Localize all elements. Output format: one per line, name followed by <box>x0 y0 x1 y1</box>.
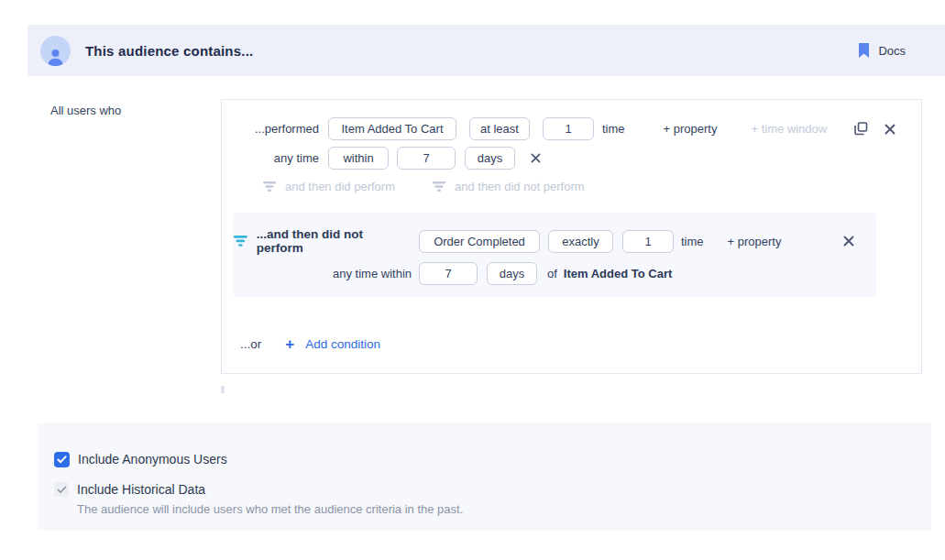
docs-link[interactable]: Docs <box>858 43 906 58</box>
reference-event-label: Item Added To Cart <box>564 267 672 280</box>
sub-operator-select-button[interactable]: exactly <box>548 230 613 253</box>
time-label: time <box>602 122 625 136</box>
remove-condition-button[interactable] <box>885 124 896 135</box>
sequence-option-label: and then did perform <box>285 180 395 193</box>
sub-add-property-button[interactable]: + property <box>728 235 782 248</box>
page-title: This audience contains... <box>85 43 253 59</box>
all-users-who-label: All users who <box>50 104 121 117</box>
of-label: of <box>547 267 557 280</box>
duplicate-condition-button[interactable] <box>854 122 868 136</box>
window-value-input[interactable] <box>397 147 456 170</box>
check-icon <box>57 486 67 494</box>
add-property-button[interactable]: + property <box>664 122 718 136</box>
subcondition-card: ...and then did not perform Order Comple… <box>233 213 876 297</box>
performed-label: ...performed <box>222 122 319 136</box>
sequence-options-row: and then did perform and then did not pe… <box>262 180 585 193</box>
sub-count-input[interactable] <box>622 230 674 253</box>
audience-header: This audience contains... Docs <box>27 25 945 76</box>
close-icon <box>531 153 541 163</box>
remove-time-window-button[interactable] <box>531 153 541 163</box>
sequence-option-label: and then did not perform <box>455 180 585 193</box>
subcondition-window-row: any time within days of Item Added To Ca… <box>233 262 876 285</box>
audience-options-panel: Include Anonymous Users Include Historic… <box>38 423 931 531</box>
connector-tick <box>221 386 225 393</box>
include-anonymous-checkbox[interactable] <box>54 452 70 467</box>
count-input[interactable] <box>543 117 594 140</box>
anonymous-users-option: Include Anonymous Users <box>54 452 227 467</box>
sub-window-value-input[interactable] <box>419 262 478 285</box>
sub-time-label: time <box>681 235 704 248</box>
or-label: ...or <box>240 337 261 351</box>
time-window-row: any time within days <box>222 147 541 170</box>
include-historical-checkbox[interactable] <box>54 482 69 497</box>
filter-icon <box>262 181 277 192</box>
close-icon <box>885 124 896 135</box>
unit-select-button[interactable]: days <box>465 147 515 170</box>
add-condition-label: Add condition <box>305 337 380 351</box>
performed-row: ...performed Item Added To Cart at least… <box>222 117 896 140</box>
include-anonymous-label: Include Anonymous Users <box>78 452 227 467</box>
subcondition-main-row: ...and then did not perform Order Comple… <box>233 227 876 255</box>
or-row: ...or + Add condition <box>240 336 380 352</box>
close-icon <box>843 236 854 247</box>
remove-subcondition-button[interactable] <box>843 236 854 247</box>
historical-data-option: Include Historical Data The audience wil… <box>54 482 463 516</box>
plus-icon: + <box>285 336 294 352</box>
and-then-did-not-perform-option[interactable]: and then did not perform <box>432 180 585 193</box>
operator-select-button[interactable]: at least <box>469 117 530 140</box>
event-select-button[interactable]: Item Added To Cart <box>328 117 456 140</box>
docs-label: Docs <box>878 44 906 58</box>
historical-description: The audience will include users who met … <box>77 502 463 516</box>
any-time-within-label: any time within <box>333 267 412 280</box>
bookmark-icon <box>858 43 870 58</box>
copy-icon <box>854 122 868 136</box>
check-icon <box>57 456 67 464</box>
filter-icon <box>432 181 446 192</box>
avatar <box>40 36 71 66</box>
sub-event-select-button[interactable]: Order Completed <box>419 230 540 253</box>
any-time-label: any time <box>222 151 319 165</box>
condition-card: ...performed Item Added To Cart at least… <box>221 99 922 374</box>
user-icon <box>46 47 65 66</box>
add-condition-button[interactable]: + Add condition <box>285 336 380 352</box>
add-time-window-button[interactable]: + time window <box>751 122 827 136</box>
filter-icon <box>233 235 248 247</box>
within-select-button[interactable]: within <box>328 147 389 170</box>
subcondition-title: ...and then did not perform <box>257 227 412 255</box>
sub-unit-select-button[interactable]: days <box>487 262 537 285</box>
and-then-did-perform-option[interactable]: and then did perform <box>262 180 395 193</box>
include-historical-label: Include Historical Data <box>77 482 463 498</box>
